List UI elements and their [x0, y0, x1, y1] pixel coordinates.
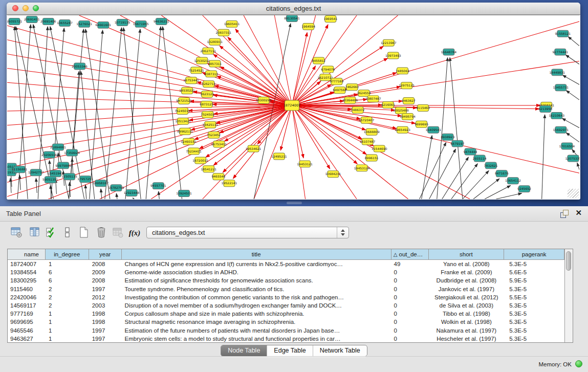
graph-node-16720011[interactable]: 16720011	[192, 157, 208, 164]
graph-edge[interactable]	[577, 163, 579, 169]
graph-edge[interactable]	[450, 58, 463, 199]
graph-edge[interactable]	[235, 29, 292, 105]
graph-node-9699695[interactable]: 9699695	[415, 121, 428, 127]
graph-edge[interactable]	[85, 29, 110, 199]
graph-edge[interactable]	[151, 105, 292, 199]
graph-edge[interactable]	[451, 164, 477, 199]
graph-edge[interactable]	[19, 175, 20, 190]
citation-network-graph[interactable]: 1872400794558126794078162107219777169746…	[7, 15, 580, 199]
graph-edge[interactable]	[254, 24, 291, 199]
graph-node-7832621[interactable]: 7832621	[484, 162, 498, 169]
graph-node-26055721[interactable]: 26055721	[7, 18, 23, 25]
graph-edge[interactable]	[292, 105, 579, 173]
column-header-name[interactable]: name	[8, 249, 46, 259]
graph-node-19522141[interactable]: 19522141	[222, 180, 237, 187]
graph-node-10655287[interactable]: 10655287	[57, 19, 73, 26]
graph-node-94636211[interactable]: 94636211	[154, 18, 169, 25]
graph-node-6216061[interactable]: 6216061	[381, 102, 395, 108]
table-row[interactable]: 1830029562008Estimation of significance …	[8, 276, 564, 285]
graph-node-10688809[interactable]: 10688809	[364, 128, 380, 135]
graph-edge[interactable]	[568, 37, 579, 46]
graph-edge[interactable]	[90, 30, 103, 199]
graph-node-9455812[interactable]: 9455812	[312, 57, 325, 64]
graph-node-10973493[interactable]: 10973493	[385, 52, 401, 59]
graph-node-12975125[interactable]: 12975125	[399, 82, 415, 89]
graph-node-2935114[interactable]: 2935114	[473, 155, 487, 162]
table-select-dropdown[interactable]: citations_edges.txt	[146, 227, 349, 238]
graph-node-10654112[interactable]: 10654112	[505, 178, 521, 184]
select-rows-icon[interactable]	[45, 226, 58, 239]
graph-node-20691406[interactable]: 20691406	[40, 18, 56, 25]
graph-edge[interactable]	[207, 63, 292, 105]
column-header-pagerank[interactable]: pagerank	[504, 249, 564, 259]
graph-node-19453121[interactable]: 19453121	[297, 161, 313, 167]
window-titlebar[interactable]: citations_edges.txt	[7, 3, 580, 15]
graph-edge[interactable]	[292, 105, 357, 199]
graph-node-94721521[interactable]: 94721521	[176, 98, 192, 104]
graph-node-59051351[interactable]: 59051351	[42, 177, 58, 183]
graph-node-75234411[interactable]: 75234411	[186, 148, 202, 155]
graph-node-15720407[interactable]: 15720407	[359, 117, 375, 123]
graph-edge[interactable]	[159, 191, 160, 199]
graph-edge[interactable]	[542, 115, 545, 199]
graph-edge[interactable]	[485, 186, 511, 199]
graph-node-13455731[interactable]: 13455731	[553, 84, 569, 91]
table-row[interactable]: 1938455462009Genome-wide association stu…	[8, 268, 564, 276]
function-builder-icon[interactable]: f(x)	[127, 226, 142, 239]
graph-node-88130541[interactable]: 88130541	[284, 15, 300, 21]
graph-node-64661601[interactable]: 64661601	[96, 21, 112, 28]
graph-edge[interactable]	[292, 105, 408, 199]
table-row[interactable]: 969969511998Structural magnetic resonanc…	[8, 318, 564, 326]
graph-node-8938923[interactable]: 8938923	[441, 134, 454, 140]
graph-node-20206516[interactable]: 20206516	[41, 151, 57, 158]
tab-edge-table[interactable]: Edge Table	[267, 345, 312, 356]
panel-splitter-handle[interactable]	[287, 202, 302, 204]
new-document-icon[interactable]	[78, 226, 91, 239]
graph-edge[interactable]	[85, 185, 86, 199]
table-row[interactable]: 946362711997Embryonic stem cells: a mode…	[8, 335, 564, 342]
delete-rows-trash-icon[interactable]	[95, 226, 108, 239]
graph-node-19534621[interactable]: 19534621	[246, 145, 262, 152]
graph-node-17957251[interactable]: 17957251	[77, 176, 93, 183]
graph-node-1969541[interactable]: 1969541	[323, 15, 337, 22]
table-row[interactable]: 2242004622012Investigating the contribut…	[8, 293, 564, 301]
graph-node-1964594[interactable]: 1964594	[301, 23, 315, 30]
graph-node-6873121[interactable]: 6873121	[200, 101, 213, 108]
graph-node-20364486[interactable]: 20364486	[342, 97, 358, 104]
graph-edge[interactable]	[7, 26, 292, 105]
network-view-window[interactable]: citations_edges.txt 18724007945581267940…	[7, 3, 580, 200]
graph-node-7462661[interactable]: 7462661	[345, 84, 359, 91]
graph-edge[interactable]	[105, 28, 122, 199]
graph-edge[interactable]	[420, 142, 446, 199]
graph-edge[interactable]	[292, 105, 305, 199]
graph-node-10719135[interactable]: 10719135	[115, 19, 130, 26]
graph-node-92774441[interactable]: 92774441	[553, 49, 569, 55]
graph-node-19453124[interactable]: 19453124	[354, 165, 370, 171]
graph-node-75254521[interactable]: 75254521	[188, 67, 204, 74]
table-column-icon[interactable]	[29, 226, 42, 239]
graph-node-16409541[interactable]: 16409541	[425, 126, 441, 133]
graph-node-11544690[interactable]: 11544690	[372, 145, 387, 152]
graph-node-9463627[interactable]: 9463627	[402, 98, 416, 104]
graph-node-9474444[interactable]: 9474444	[464, 148, 477, 155]
graph-node-20837311[interactable]: 20837311	[216, 29, 232, 36]
graph-node-18541221[interactable]: 18541221	[201, 166, 216, 172]
graph-node-10025488[interactable]: 10025488	[393, 107, 409, 114]
graph-node-3262711[interactable]: 3262711	[202, 81, 215, 87]
graph-node-91558121[interactable]: 91558121	[555, 30, 571, 37]
graph-node-18724007[interactable]: 18724007	[284, 100, 301, 111]
graph-node-17359924[interactable]: 17359924	[64, 149, 80, 156]
graph-node-16671955[interactable]: 16671955	[133, 20, 149, 27]
graph-node-15692971[interactable]: 15692971	[553, 126, 569, 133]
graph-node-16648784[interactable]: 16648784	[441, 49, 457, 55]
graph-node-9777169[interactable]: 9777169	[330, 78, 343, 85]
graph-node-12493151[interactable]: 12493151	[181, 138, 197, 145]
graph-node-16753411[interactable]: 16753411	[211, 141, 227, 147]
graph-node-3857311[interactable]: 3857311	[208, 60, 222, 67]
graph-node-94557701[interactable]: 94557701	[150, 183, 166, 189]
graph-node-16782759[interactable]: 16782759	[108, 185, 124, 191]
graph-node-9465546[interactable]: 9465546	[211, 173, 225, 180]
graph-node-6497568[interactable]: 6497568	[333, 87, 347, 94]
graph-node-16753441[interactable]: 16753441	[183, 77, 199, 84]
graph-node-89962111[interactable]: 89962111	[177, 128, 193, 135]
